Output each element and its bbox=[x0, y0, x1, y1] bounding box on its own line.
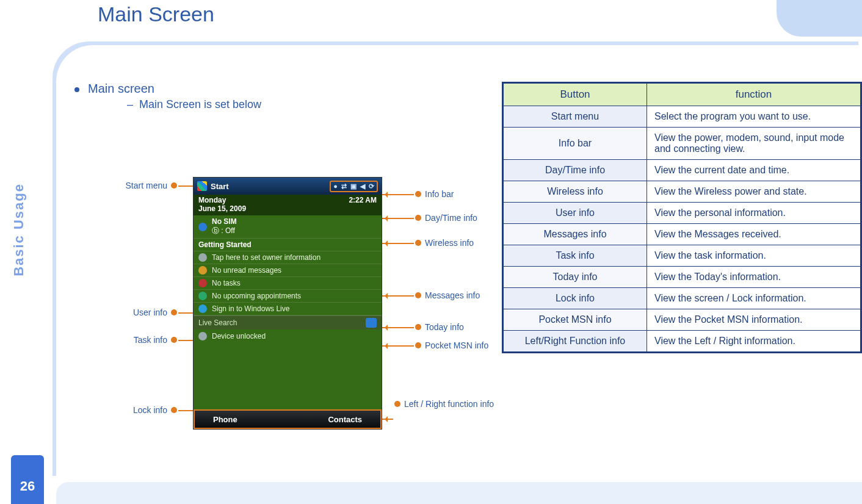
dot-icon bbox=[415, 240, 421, 246]
dot-icon bbox=[171, 407, 177, 413]
sync-icon: ⇄ bbox=[341, 182, 347, 190]
arrow-icon bbox=[382, 243, 414, 244]
table-cell-button: User info bbox=[503, 203, 647, 224]
bullet-sub: Main Screen is set below bbox=[139, 98, 261, 111]
phone-unlock-row: Device unlocked bbox=[194, 329, 382, 343]
search-go-icon bbox=[366, 318, 377, 328]
phone-owner-row: Tap here to set owner information bbox=[194, 251, 382, 264]
dot-icon bbox=[394, 401, 400, 407]
mail-icon bbox=[198, 266, 207, 275]
table-cell-function: Select the program you want to use. bbox=[647, 106, 861, 128]
table-cell-button: Today info bbox=[503, 267, 647, 288]
arrow-icon bbox=[382, 327, 414, 328]
calendar-icon bbox=[198, 292, 207, 300]
phone-date: June 15, 2009 bbox=[198, 204, 246, 213]
arrow-icon bbox=[382, 419, 393, 420]
table-cell-function: View the Messages received. bbox=[647, 224, 861, 245]
table-cell-function: View the Pocket MSN information. bbox=[647, 309, 861, 331]
table-cell-button: Messages info bbox=[503, 224, 647, 245]
callout-info-bar: Info bar bbox=[415, 189, 454, 199]
page-title: Main Screen bbox=[98, 2, 214, 26]
table-cell-button: Task info bbox=[503, 245, 647, 267]
table-row: Wireless infoView the Wireless power and… bbox=[503, 181, 861, 203]
arrow-icon bbox=[382, 194, 414, 195]
table-row: Lock infoView the screen / Lock informat… bbox=[503, 288, 861, 309]
dot-icon bbox=[415, 292, 421, 298]
table-row: Day/Time infoView the current date and t… bbox=[503, 160, 861, 181]
callout-day-time: Day/Time info bbox=[415, 213, 477, 223]
annotated-diagram: Start menu User info Task info Lock info… bbox=[85, 137, 488, 405]
table-cell-function: View the screen / Lock information. bbox=[647, 288, 861, 309]
phone-getting-started: Getting Started bbox=[194, 239, 382, 251]
side-strip: 26 bbox=[11, 455, 44, 504]
callout-start-menu: Start menu bbox=[85, 181, 177, 190]
softkey-left: Phone bbox=[213, 415, 237, 424]
th-button: Button bbox=[503, 83, 647, 106]
phone-time: 2:22 AM bbox=[349, 196, 377, 213]
dot-icon bbox=[171, 309, 177, 315]
function-table: Button function Start menuSelect the pro… bbox=[502, 82, 862, 353]
phone-nosim: No SIM bbox=[212, 217, 237, 226]
battery-icon: ● bbox=[333, 182, 338, 190]
signal-icon: ▣ bbox=[350, 182, 357, 190]
table-cell-button: Pocket MSN info bbox=[503, 309, 647, 331]
arrow-icon bbox=[382, 295, 414, 297]
phone-messages-row: No unread messages bbox=[194, 264, 382, 277]
table-cell-button: Wireless info bbox=[503, 181, 647, 203]
bottom-bar bbox=[56, 482, 862, 504]
wireless-icon bbox=[198, 223, 207, 231]
phone-title-bar: Start ● ⇄ ▣ ◀ ⟳ bbox=[194, 178, 382, 195]
table-cell-function: View the task information. bbox=[647, 245, 861, 267]
speaker-icon: ◀ bbox=[360, 182, 365, 190]
th-function: function bbox=[647, 83, 861, 106]
table-row: User infoView the personal information. bbox=[503, 203, 861, 224]
table-cell-function: View the Wireless power and state. bbox=[647, 181, 861, 203]
dot-icon bbox=[171, 337, 177, 343]
callout-messages: Messages info bbox=[415, 290, 480, 300]
bullet-main: Main screen bbox=[88, 82, 154, 96]
arrow-icon bbox=[382, 218, 414, 219]
softkey-right: Contacts bbox=[328, 415, 362, 424]
info-bar-icons: ● ⇄ ▣ ◀ ⟳ bbox=[330, 181, 378, 192]
phone-live-row: Sign in to Windows Live bbox=[194, 303, 382, 315]
callout-lock-info: Lock info bbox=[85, 405, 177, 415]
callout-today: Today info bbox=[415, 322, 464, 332]
dot-icon bbox=[415, 215, 421, 221]
phone-day: Monday bbox=[198, 196, 226, 204]
table-row: Left/Right Function infoView the Left / … bbox=[503, 331, 861, 353]
connect-icon: ⟳ bbox=[369, 182, 374, 190]
phone-tasks-row: No tasks bbox=[194, 277, 382, 290]
phone-bt: : Off bbox=[219, 226, 235, 235]
table-cell-button: Day/Time info bbox=[503, 160, 647, 181]
callout-wireless: Wireless info bbox=[415, 238, 474, 248]
bullet-dot-icon bbox=[74, 87, 79, 92]
msn-icon bbox=[198, 304, 207, 313]
phone-date-row: Monday June 15, 2009 2:22 AM bbox=[194, 195, 382, 215]
table-row: Messages infoView the Messages received. bbox=[503, 224, 861, 245]
corner-ribbon bbox=[777, 0, 862, 37]
phone-screenshot: Start ● ⇄ ▣ ◀ ⟳ Monday June 15, 2009 2:2… bbox=[193, 177, 382, 430]
dot-icon bbox=[171, 182, 177, 189]
side-tab-label: Basic Usage bbox=[11, 183, 44, 276]
table-cell-button: Left/Right Function info bbox=[503, 331, 647, 353]
table-row: Today infoView the Today's information. bbox=[503, 267, 861, 288]
table-cell-function: View the current date and time. bbox=[647, 160, 861, 181]
table-cell-button: Lock info bbox=[503, 288, 647, 309]
table-row: Info barView the power, modem, sound, in… bbox=[503, 128, 861, 160]
callout-msn: Pocket MSN info bbox=[415, 340, 488, 350]
arrow-icon bbox=[382, 345, 414, 347]
table-cell-button: Info bar bbox=[503, 128, 647, 160]
windows-flag-icon bbox=[197, 181, 207, 191]
table-cell-function: View the personal information. bbox=[647, 203, 861, 224]
callout-user-info: User info bbox=[85, 308, 177, 317]
owner-icon bbox=[198, 253, 207, 262]
table-row: Pocket MSN infoView the Pocket MSN infor… bbox=[503, 309, 861, 331]
table-row: Task infoView the task information. bbox=[503, 245, 861, 267]
page-number: 26 bbox=[11, 478, 44, 494]
dot-icon bbox=[415, 191, 421, 197]
phone-live-search: Live Search bbox=[194, 315, 382, 329]
phone-softkeys: Phone Contacts bbox=[194, 409, 382, 429]
table-cell-function: View the power, modem, sound, input mode… bbox=[647, 128, 861, 160]
lock-icon bbox=[198, 332, 207, 340]
callout-lr-function: Left / Right function info bbox=[394, 399, 494, 409]
